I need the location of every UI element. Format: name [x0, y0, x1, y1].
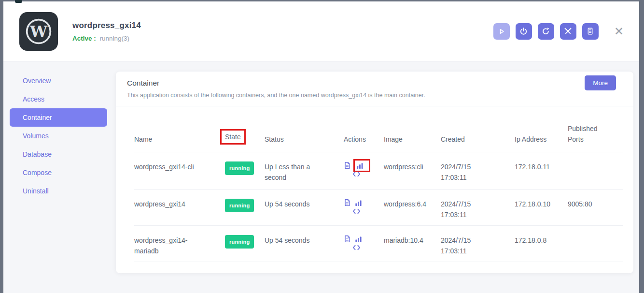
modal-header: W wordpress_gxi14 Active : running(3) [3, 1, 639, 61]
terminal-action-button[interactable] [352, 244, 361, 251]
status-text: Up Less than a second [265, 161, 328, 183]
refresh-icon [542, 27, 550, 35]
cell-ip: 172.18.0.10 [515, 199, 568, 225]
section-description: This application consists of the followi… [127, 92, 633, 99]
code-icon [352, 244, 361, 251]
app-title: wordpress_gxi14 [72, 21, 141, 30]
status-badge: running [225, 199, 254, 212]
start-button[interactable] [493, 23, 510, 40]
stats-action-button[interactable] [355, 235, 362, 243]
cell-ports [568, 161, 623, 189]
status-text: Up 54 seconds [265, 235, 309, 246]
column-header-state-label: State [225, 133, 241, 141]
cell-state: running [225, 161, 265, 189]
actions-bottom [344, 208, 369, 215]
cell-ip: 172.18.0.11 [515, 161, 568, 189]
card-header: Container This application consists of t… [116, 72, 633, 99]
code-icon [352, 171, 361, 177]
section-title: Container [127, 79, 633, 88]
cell-ports: 9005:80 [568, 199, 623, 225]
file-text-icon [344, 161, 351, 169]
header-titles: wordpress_gxi14 Active : running(3) [72, 21, 141, 42]
cell-status: Up 54 seconds [265, 199, 344, 225]
document-lines-icon [586, 27, 594, 35]
page-edge-top [0, 0, 644, 1]
restart-button[interactable] [538, 23, 554, 40]
terminal-action-button[interactable] [352, 171, 361, 177]
cell-image: wordpress:cli [384, 161, 441, 189]
sidebar-item-uninstall[interactable]: Uninstall [10, 182, 107, 200]
actions-top [344, 199, 369, 206]
sidebar-item-label: Container [23, 114, 52, 121]
stats-action-button[interactable] [356, 162, 364, 169]
close-icon: ✕ [614, 25, 624, 38]
code-icon [352, 208, 361, 215]
column-header-state: State [225, 129, 265, 152]
cell-created: 2024/7/15 17:03:11 [441, 235, 515, 262]
app-detail-modal: W wordpress_gxi14 Active : running(3) [3, 1, 639, 293]
cell-status: Up 54 seconds [265, 235, 344, 262]
cell-actions [344, 161, 384, 189]
cell-ports [568, 235, 623, 262]
column-header-actions: Actions [344, 134, 384, 152]
sidebar-item-label: Volumes [23, 132, 49, 140]
actions-top [344, 235, 369, 243]
created-date: 2024/7/15 [441, 161, 510, 172]
cell-state: running [225, 199, 265, 225]
actions-group [344, 199, 369, 215]
created-time: 17:03:11 [441, 209, 510, 220]
sidebar-item-volumes[interactable]: Volumes [10, 127, 107, 145]
status-badge: running [225, 235, 254, 249]
actions-bottom [344, 244, 369, 251]
column-header-ports-label: Published Ports [568, 123, 606, 145]
page-edge-notch [15, 0, 22, 3]
column-header-name: Name [134, 134, 225, 152]
sidebar-item-overview[interactable]: Overview [10, 72, 107, 90]
cell-actions [344, 199, 384, 225]
annotation-box-state: State [220, 129, 246, 145]
page: W wordpress_gxi14 Active : running(3) [0, 0, 644, 293]
wrench-icon [564, 27, 572, 35]
sidebar-item-database[interactable]: Database [10, 145, 107, 163]
column-header-status: Status [265, 134, 344, 152]
created-date: 2024/7/15 [441, 199, 510, 209]
log-action-button[interactable] [344, 199, 351, 206]
status-value: running(3) [100, 35, 130, 42]
cell-name: wordpress_gxi14-cli [134, 161, 209, 189]
bar-chart-icon [355, 235, 362, 243]
cell-status: Up Less than a second [265, 161, 344, 189]
sidebar-item-container[interactable]: Container [10, 108, 107, 127]
sidebar-item-label: Access [23, 95, 44, 103]
more-button[interactable]: More [585, 75, 616, 90]
sidebar-item-compose[interactable]: Compose [10, 163, 107, 182]
svg-text:W: W [29, 22, 48, 41]
cell-name: wordpress_gxi14-mariadb [134, 235, 209, 262]
column-header-ip: Ip Address [515, 134, 568, 152]
settings-button[interactable] [560, 23, 576, 40]
actions-group [344, 235, 369, 251]
status-badge: running [225, 161, 254, 175]
sidebar-nav: Overview Access Container Volumes Databa… [10, 72, 107, 200]
log-action-button[interactable] [344, 235, 351, 243]
created-time: 17:03:11 [441, 172, 510, 183]
page-edge-right [639, 0, 644, 293]
close-button[interactable]: ✕ [611, 25, 627, 38]
created-date: 2024/7/15 [441, 235, 510, 246]
sidebar-item-access[interactable]: Access [10, 90, 107, 108]
created-time: 17:03:11 [441, 246, 510, 256]
status-text: Up 54 seconds [265, 199, 309, 209]
cell-actions [344, 235, 384, 262]
cell-image: mariadb:10.4 [384, 235, 441, 262]
bar-chart-icon [355, 199, 362, 206]
sidebar-item-label: Compose [23, 169, 52, 176]
container-table: Name State Status Actions Image Created … [134, 106, 623, 262]
header-toolbar: ✕ [493, 23, 627, 40]
app-status: Active : running(3) [72, 35, 141, 42]
log-action-button[interactable] [344, 161, 351, 169]
stop-button[interactable] [516, 23, 532, 40]
page-edge-left [0, 0, 3, 293]
stats-action-button[interactable] [355, 199, 362, 206]
logs-button[interactable] [582, 23, 599, 40]
terminal-action-button[interactable] [352, 208, 361, 215]
table-row: wordpress_gxi14-cli running Up Less than… [134, 152, 623, 190]
